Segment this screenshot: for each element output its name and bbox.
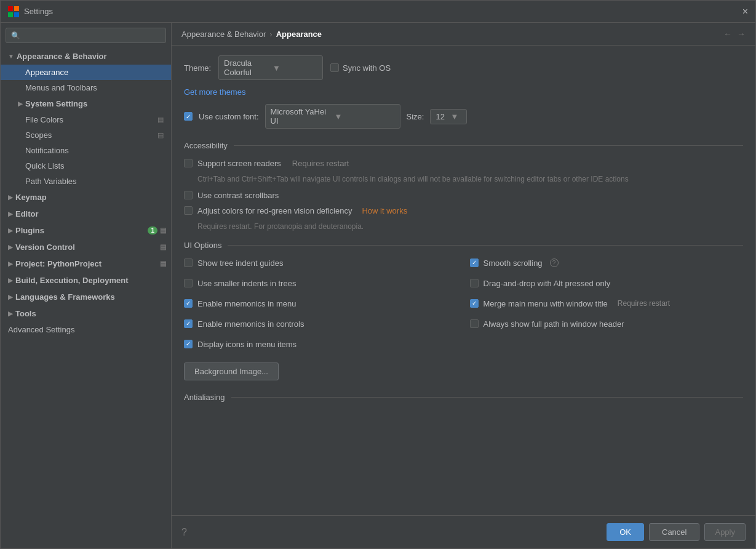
plugin-icon: ▤: [160, 226, 166, 234]
enable-mnemonics-menu-label: Enable mnemonics in menu: [197, 299, 296, 308]
svg-rect-0: [8, 6, 13, 11]
drag-drop-checkbox[interactable]: [470, 279, 479, 287]
support-screen-readers-checkbox[interactable]: [184, 159, 193, 167]
sync-with-os-row: Sync with OS: [330, 63, 391, 73]
enable-mnemonics-menu-checkbox[interactable]: [184, 299, 193, 308]
theme-dropdown[interactable]: Dracula Colorful ▼: [218, 55, 323, 80]
app-icon: [8, 6, 19, 17]
divider-line: [228, 245, 743, 246]
show-tree-indent-checkbox[interactable]: [184, 258, 193, 267]
sidebar-item-languages[interactable]: ▶ Languages & Frameworks: [1, 289, 171, 305]
sidebar-item-project[interactable]: ▶ Project: PythonProject ▤: [1, 255, 171, 272]
sync-with-os-checkbox[interactable]: [330, 63, 339, 72]
scope-icon: ▤: [157, 131, 164, 139]
plugin-badge: 1: [148, 226, 157, 234]
antialiasing-label: Antialiasing: [184, 393, 225, 402]
sidebar-item-path-variables[interactable]: Path Variables: [1, 174, 171, 189]
titlebar: Settings ×: [1, 1, 755, 23]
smooth-scrolling-label: Smooth scrolling: [483, 258, 543, 268]
sidebar-item-editor[interactable]: ▶ Editor: [1, 206, 171, 222]
chevron-right-icon: ▶: [8, 210, 13, 217]
dropdown-arrow-icon: ▼: [273, 63, 317, 73]
chevron-down-icon: ▼: [8, 53, 14, 60]
sidebar-item-quick-lists[interactable]: Quick Lists: [1, 158, 171, 174]
enable-mnemonics-controls-row: Enable mnemonics in controls: [184, 319, 458, 329]
display-icons-checkbox[interactable]: [184, 340, 193, 348]
sidebar-item-menus-toolbars[interactable]: Menus and Toolbars: [1, 80, 171, 95]
apply-button[interactable]: Apply: [704, 523, 746, 541]
dropdown-arrow-icon: ▼: [450, 112, 461, 121]
always-show-full-path-checkbox[interactable]: [470, 319, 479, 328]
sidebar-item-plugins[interactable]: ▶ Plugins 1 ▤: [1, 222, 171, 239]
search-input[interactable]: [24, 31, 161, 40]
svg-rect-1: [14, 6, 19, 11]
breadcrumb-parent: Appearance & Behavior: [181, 30, 266, 39]
how-it-works-link[interactable]: How it works: [362, 206, 407, 215]
smooth-scrolling-help-icon[interactable]: ?: [550, 258, 559, 267]
sidebar-item-appearance-behavior[interactable]: ▼ Appearance & Behavior: [1, 48, 171, 65]
merge-main-menu-row: Merge main menu with window title Requir…: [470, 299, 744, 308]
close-button[interactable]: ×: [742, 6, 748, 17]
settings-content: Theme: Dracula Colorful ▼ Sync with OS G…: [172, 46, 755, 515]
help-icon[interactable]: ?: [181, 527, 187, 538]
always-show-full-path-label: Always show full path in window header: [483, 319, 624, 329]
sidebar-item-label: Notifications: [25, 146, 69, 155]
smooth-scrolling-checkbox[interactable]: [470, 258, 479, 267]
footer: ? OK Cancel Apply: [172, 515, 755, 548]
adjust-colors-checkbox[interactable]: [184, 206, 193, 215]
sidebar-item-system-settings[interactable]: ▶ System Settings: [1, 95, 171, 112]
sidebar-item-keymap[interactable]: ▶ Keymap: [1, 189, 171, 206]
enable-mnemonics-menu-row: Enable mnemonics in menu: [184, 299, 458, 308]
sidebar-item-notifications[interactable]: Notifications: [1, 143, 171, 158]
breadcrumb-bar: Appearance & Behavior › Appearance ← →: [172, 23, 755, 46]
sidebar-item-tools[interactable]: ▶ Tools: [1, 305, 171, 322]
vc-icon: ▤: [160, 243, 166, 251]
sidebar-item-build[interactable]: ▶ Build, Execution, Deployment: [1, 272, 171, 289]
get-more-themes-link[interactable]: Get more themes: [184, 87, 743, 97]
sync-with-os-label: Sync with OS: [343, 63, 391, 73]
font-dropdown[interactable]: Microsoft YaHei UI ▼: [265, 104, 400, 129]
sidebar-item-file-colors[interactable]: File Colors ▤: [1, 112, 171, 127]
forward-arrow[interactable]: →: [737, 29, 746, 39]
adjust-colors-label: Adjust colors for red-green vision defic…: [197, 206, 352, 215]
chevron-right-icon: ▶: [8, 227, 13, 234]
sidebar-item-advanced-settings[interactable]: Advanced Settings: [1, 322, 171, 337]
display-icons-label: Display icons in menu items: [197, 340, 296, 349]
use-smaller-indents-row: Use smaller indents in trees: [184, 279, 458, 288]
use-contrast-scrollbars-label: Use contrast scrollbars: [197, 191, 279, 200]
use-custom-font-checkbox[interactable]: [184, 112, 193, 121]
sidebar-item-label: Editor: [15, 209, 39, 218]
show-tree-indent-row: Show tree indent guides: [184, 258, 458, 268]
use-smaller-indents-checkbox[interactable]: [184, 279, 193, 287]
theme-value: Dracula Colorful: [224, 58, 269, 77]
merge-main-menu-checkbox[interactable]: [470, 299, 479, 308]
project-icon: ▤: [160, 260, 166, 268]
search-box[interactable]: 🔍: [6, 28, 166, 43]
cancel-button[interactable]: Cancel: [649, 523, 699, 541]
back-arrow[interactable]: ←: [723, 29, 732, 39]
use-smaller-indents-label: Use smaller indents in trees: [197, 279, 296, 288]
main-panel: Appearance & Behavior › Appearance ← → T…: [172, 23, 755, 548]
accessibility-section-header: Accessibility: [184, 141, 743, 150]
sidebar-item-appearance[interactable]: Appearance: [1, 65, 171, 80]
dropdown-arrow-icon: ▼: [335, 112, 395, 121]
background-image-button[interactable]: Background Image...: [184, 363, 279, 380]
divider-line: [234, 145, 743, 146]
sidebar-item-label: Appearance & Behavior: [17, 52, 107, 61]
sidebar-item-label: File Colors: [25, 115, 63, 124]
sidebar-item-scopes[interactable]: Scopes ▤: [1, 127, 171, 143]
size-dropdown[interactable]: 12 ▼: [430, 109, 467, 124]
chevron-right-icon: ▶: [8, 277, 13, 284]
sidebar-item-version-control[interactable]: ▶ Version Control ▤: [1, 239, 171, 255]
svg-rect-3: [14, 12, 19, 17]
sidebar-item-label: Version Control: [15, 242, 75, 252]
ui-options-label: UI Options: [184, 241, 221, 250]
ok-button[interactable]: OK: [607, 523, 644, 541]
enable-mnemonics-controls-checkbox[interactable]: [184, 319, 193, 328]
nav-arrows: ← →: [723, 29, 746, 39]
breadcrumb-separator: ›: [269, 30, 272, 39]
display-icons-row: Display icons in menu items: [184, 340, 458, 349]
support-screen-readers-row: Support screen readers Requires restart: [184, 159, 743, 168]
merge-main-menu-label: Merge main menu with window title: [483, 299, 608, 308]
use-contrast-scrollbars-checkbox[interactable]: [184, 191, 193, 199]
